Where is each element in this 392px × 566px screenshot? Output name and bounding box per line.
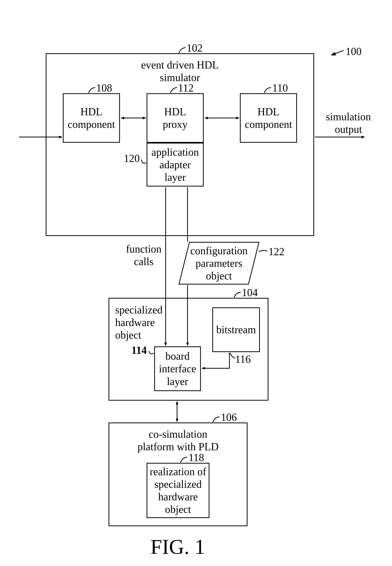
diagram-canvas: event driven HDL simulator HDL component…	[0, 0, 392, 566]
svg-line-14	[331, 50, 344, 55]
connectors-overlay	[0, 0, 392, 566]
